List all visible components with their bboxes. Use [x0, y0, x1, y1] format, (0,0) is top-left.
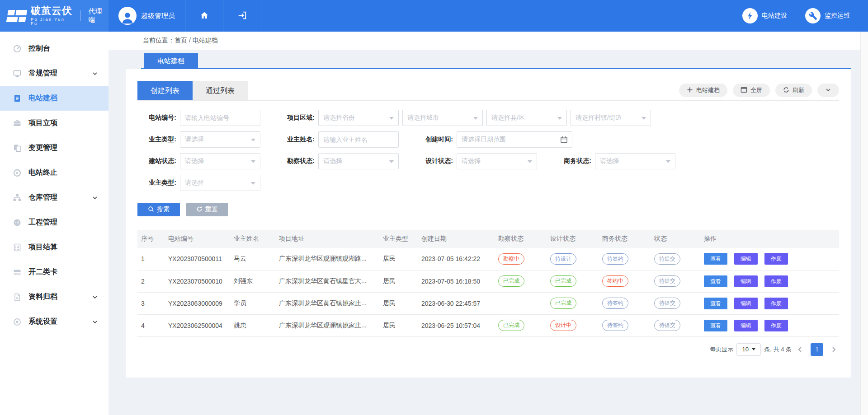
void-button[interactable]: 作废 — [764, 275, 788, 287]
topbar: 破茧云伏 Po Jian Yun Fu 代理端 超级管理员 电站建设 监控运维 — [0, 0, 868, 32]
caret-down-icon — [752, 348, 755, 350]
business-status-select[interactable]: 请选择 — [595, 153, 675, 169]
page-tab-station-archive[interactable]: 电站建档 — [144, 53, 198, 68]
sidebar-item-label: 项目立项 — [28, 118, 57, 128]
per-page-select[interactable]: 10 — [736, 343, 761, 356]
sitemap-icon — [13, 193, 22, 202]
sidebar-item-label: 项目结算 — [28, 242, 57, 252]
edit-button[interactable]: 编辑 — [734, 275, 758, 287]
sidebar-item-data-archive[interactable]: 资料归档 — [0, 284, 108, 309]
void-button[interactable]: 作废 — [764, 298, 788, 309]
prev-page-button[interactable] — [795, 346, 806, 353]
per-page-label: 每页显示 — [710, 345, 733, 354]
station-code-input[interactable] — [180, 110, 260, 126]
sidebar-item-label: 变更管理 — [28, 143, 57, 153]
page-tab-row: 电站建档 — [141, 53, 851, 69]
total-count-label: 条, 共 4 条 — [764, 345, 792, 354]
nav-monitor-ops[interactable]: 监控运维 — [805, 0, 850, 32]
user-menu[interactable]: 超级管理员 — [108, 0, 185, 32]
filter-form: 电站编号: 项目区域: 请选择省份 请选择城市 请选择县/区 请选择村镇/街道 … — [137, 110, 839, 216]
fullscreen-icon — [741, 87, 747, 94]
sidebar-item-label: 开二类卡 — [28, 267, 57, 277]
refresh-icon — [783, 87, 789, 94]
caret-down-icon — [473, 117, 478, 120]
edit-button[interactable]: 编辑 — [734, 253, 758, 265]
search-button[interactable]: 搜索 — [137, 203, 180, 216]
view-button[interactable]: 查看 — [704, 298, 727, 309]
file-icon — [13, 293, 22, 302]
town-select[interactable]: 请选择村镇/街道 — [571, 110, 651, 126]
page-number-1[interactable]: 1 — [811, 343, 823, 356]
caret-down-icon — [251, 160, 255, 163]
sidebar-item-station-terminate[interactable]: 电站终止 — [0, 160, 108, 185]
calendar-icon[interactable] — [560, 135, 568, 144]
copy-icon — [13, 144, 22, 153]
date-range-picker[interactable]: 请选择日期范围 — [457, 131, 572, 148]
build-status-label: 建站状态: — [137, 157, 176, 165]
build-status-select[interactable]: 请选择 — [180, 153, 260, 169]
view-button[interactable]: 查看 — [704, 275, 727, 287]
survey-status-badge: 已完成 — [498, 320, 524, 331]
owner-type-label: 业主类型: — [137, 135, 176, 144]
table-header: 序号 电站编号 业主姓名 项目地址 业主类型 创建日期 勘察状态 设计状态 商务… — [137, 230, 839, 248]
sidebar-item-label: 工程管理 — [28, 218, 57, 227]
sidebar-item-type2-card[interactable]: 开二类卡 — [0, 260, 108, 284]
view-button[interactable]: 查看 — [704, 320, 727, 331]
edit-button[interactable]: 编辑 — [734, 320, 758, 331]
county-select[interactable]: 请选择县/区 — [486, 110, 567, 126]
sidebar-item-label: 电站终止 — [28, 168, 57, 177]
sidebar-item-project-settlement[interactable]: 项目结算 — [0, 235, 108, 260]
design-status-select[interactable]: 请选择 — [457, 153, 537, 169]
status-badge: 待提交 — [654, 298, 680, 309]
status-badge: 待提交 — [654, 253, 680, 265]
home-button[interactable] — [185, 0, 223, 32]
sidebar-item-system-settings[interactable]: 系统设置 — [0, 309, 108, 334]
home-icon — [199, 10, 209, 22]
sidebar-item-project-initiation[interactable]: 项目立项 — [0, 111, 108, 135]
status-badge: 待提交 — [654, 275, 680, 287]
owner-name-input[interactable] — [318, 131, 399, 148]
owner-type2-select[interactable]: 请选择 — [180, 175, 260, 191]
sidebar-item-general-mgmt[interactable]: 常规管理 — [0, 61, 108, 86]
collapse-toolbar-button[interactable] — [817, 84, 839, 97]
tab-create-list[interactable]: 创建列表 — [137, 81, 193, 100]
void-button[interactable]: 作废 — [764, 320, 788, 331]
calculator-icon — [13, 243, 22, 252]
province-select[interactable]: 请选择省份 — [318, 110, 399, 126]
sidebar-item-engineering-mgmt[interactable]: 工程管理 — [0, 210, 108, 235]
breadcrumb: 当前位置： 首页 / 电站建档 — [108, 32, 868, 50]
brand-logo-icon — [6, 10, 28, 22]
search-icon — [148, 206, 154, 214]
document-icon — [13, 94, 22, 103]
reset-button[interactable]: 重置 — [186, 203, 228, 216]
fullscreen-button[interactable]: 全屏 — [733, 84, 770, 97]
owner-type-select[interactable]: 请选择 — [180, 131, 260, 148]
sidebar-item-label: 电站建档 — [28, 93, 57, 103]
sidebar-item-warehouse-mgmt[interactable]: 仓库管理 — [0, 185, 108, 210]
sidebar-item-label: 控制台 — [28, 44, 50, 53]
created-time-label: 创建时间: — [414, 135, 453, 144]
next-page-button[interactable] — [828, 346, 839, 353]
void-button[interactable]: 作废 — [764, 253, 788, 265]
edit-button[interactable]: 编辑 — [734, 298, 758, 309]
create-station-button[interactable]: 电站建档 — [679, 84, 727, 97]
card-icon — [13, 268, 22, 277]
sidebar-item-change-mgmt[interactable]: 变更管理 — [0, 135, 108, 160]
tab-passed-list[interactable]: 通过列表 — [193, 81, 248, 100]
view-button[interactable]: 查看 — [704, 253, 727, 265]
user-name: 超级管理员 — [141, 12, 175, 20]
logout-button[interactable] — [223, 0, 261, 32]
caret-down-icon — [557, 117, 562, 120]
nav-station-build[interactable]: 电站建设 — [742, 0, 787, 32]
city-select[interactable]: 请选择城市 — [402, 110, 483, 126]
business-status-label: 商务状态: — [552, 157, 591, 165]
brand-subtitle: Po Jian Yun Fu — [31, 18, 74, 26]
refresh-button[interactable]: 刷新 — [775, 84, 812, 97]
sidebar-item-console[interactable]: 控制台 — [0, 36, 108, 61]
caret-down-icon — [642, 117, 646, 120]
scrollbar-track[interactable] — [860, 32, 868, 415]
sidebar-item-station-archive[interactable]: 电站建档 — [0, 86, 108, 111]
survey-status-select[interactable]: 请选择 — [318, 153, 399, 169]
breadcrumb-prefix: 当前位置： — [143, 37, 175, 45]
design-status-badge: 已完成 — [550, 298, 576, 309]
